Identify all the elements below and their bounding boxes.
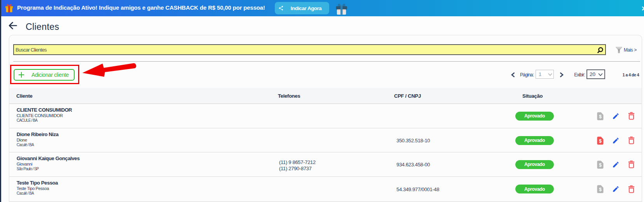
svg-text:$: $ <box>599 114 602 119</box>
svg-text:$: $ <box>599 138 602 143</box>
svg-text:$: $ <box>599 162 602 167</box>
svg-text:$: $ <box>599 187 602 192</box>
